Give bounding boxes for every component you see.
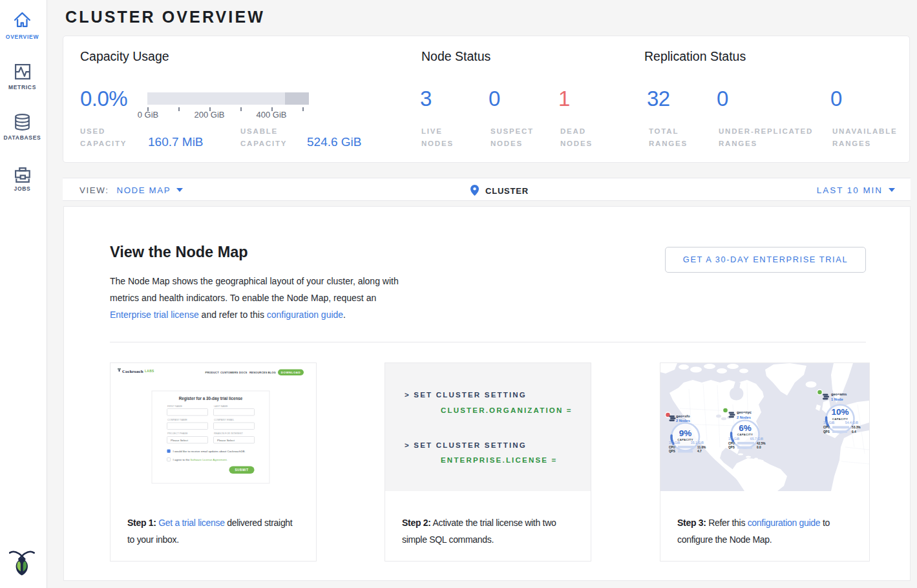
svg-text:DOCS: DOCS [239, 371, 248, 374]
svg-text:QPS: QPS [823, 430, 830, 434]
svg-text:2 Nodes: 2 Nodes [676, 419, 690, 423]
svg-text:0.4: 0.4 [852, 430, 856, 434]
svg-text:9%: 9% [679, 428, 692, 438]
svg-text:10%: 10% [831, 407, 848, 417]
svg-text:Please Select: Please Select [217, 439, 235, 442]
svg-text:DOWNLOAD: DOWNLOAD [281, 371, 300, 374]
svg-text:CUSTOMERS: CUSTOMERS [220, 371, 238, 374]
svg-text:CPU: CPU [823, 426, 830, 429]
svg-text:I would like to receive email: I would like to receive email updates ab… [173, 450, 246, 453]
svg-text:35.1 GiB: 35.1 GiB [691, 441, 704, 445]
svg-text:QPS: QPS [728, 446, 735, 449]
svg-text:65.7 GiB: 65.7 GiB [750, 437, 764, 441]
svg-text:Please Select: Please Select [171, 439, 189, 442]
svg-text:CPU: CPU [669, 446, 675, 449]
svg-text:11.0%: 11.0% [697, 446, 706, 449]
svg-text:3.6 GiB: 3.6 GiB [823, 421, 835, 425]
svg-text:SUBMIT: SUBMIT [235, 468, 248, 472]
svg-text:4.7: 4.7 [697, 450, 702, 453]
svg-text:geo=nyc: geo=nyc [737, 410, 752, 414]
svg-text:3.7 GiB: 3.7 GiB [728, 437, 740, 441]
svg-text:CAPACITY: CAPACITY [737, 433, 754, 436]
svg-text:CPU: CPU [728, 442, 735, 445]
svg-text:Cockroach: Cockroach [122, 369, 143, 374]
svg-text:Register for a 30-day trial li: Register for a 30-day trial license [179, 396, 243, 401]
svg-text:RESOURCES: RESOURCES [249, 371, 267, 374]
svg-text:LABS: LABS [145, 370, 154, 373]
svg-text:COMPANY EMAIL: COMPANY EMAIL [214, 419, 234, 421]
svg-text:CAPACITY: CAPACITY [832, 417, 848, 421]
svg-text:REASON FOR INTEREST: REASON FOR INTEREST [214, 432, 244, 435]
svg-text:3.2 GiB: 3.2 GiB [669, 441, 680, 445]
svg-text:FIRST NAME: FIRST NAME [167, 405, 182, 408]
svg-text:2 Nodes: 2 Nodes [737, 415, 751, 419]
svg-text:geo=sfo: geo=sfo [676, 414, 690, 418]
svg-text:PROJECT PHASE: PROJECT PHASE [167, 432, 188, 435]
svg-text:LAST NAME: LAST NAME [214, 405, 228, 408]
svg-text:I agree to the Software Licens: I agree to the Software License Agreemen… [173, 458, 227, 461]
svg-text:COMPANY NAME: COMPANY NAME [167, 419, 187, 421]
svg-text:53.3%: 53.3% [852, 426, 861, 429]
svg-text:BLOG: BLOG [268, 371, 276, 374]
svg-text:42.5%: 42.5% [757, 442, 766, 445]
svg-text:54.4 GiB: 54.4 GiB [845, 421, 859, 425]
svg-text:PRODUCT: PRODUCT [206, 371, 220, 374]
svg-text:1 Node: 1 Node [831, 397, 843, 401]
svg-text:QPS: QPS [669, 450, 675, 453]
svg-text:6%: 6% [739, 423, 752, 433]
svg-text:geo=ams: geo=ams [831, 392, 847, 396]
svg-text:0.0: 0.0 [757, 446, 761, 449]
